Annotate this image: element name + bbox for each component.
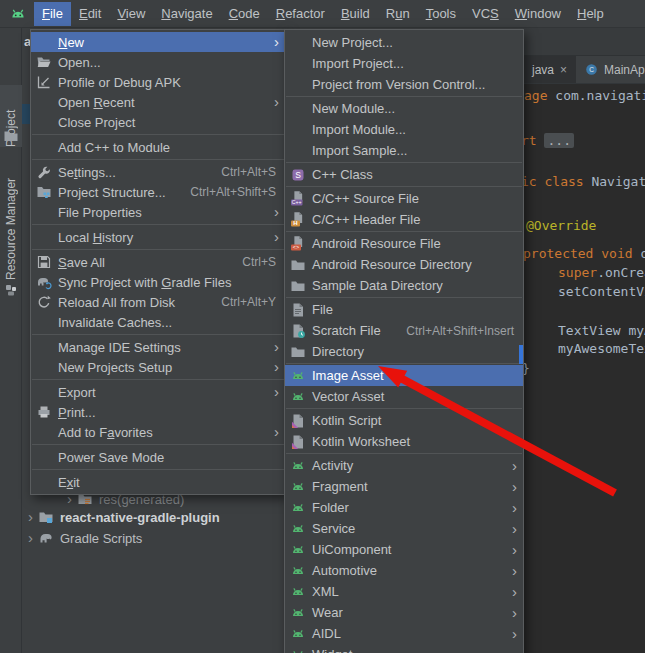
new-submenu-item-automotive[interactable]: Automotive› — [285, 560, 523, 581]
file-menu-item-open-recent[interactable]: Open Recent› — [31, 92, 285, 112]
menubar-item-run[interactable]: Run — [378, 2, 418, 26]
file-menu-item-save-all[interactable]: Save AllCtrl+S — [31, 252, 285, 272]
new-submenu-item-fragment[interactable]: Fragment› — [285, 476, 523, 497]
new-submenu-item-image-asset[interactable]: Image Asset — [285, 365, 523, 386]
new-submenu-item-vector-asset[interactable]: Vector Asset — [285, 386, 523, 407]
submenu-arrow-icon: › — [269, 36, 279, 48]
file-menu-item-export[interactable]: Export› — [31, 382, 285, 402]
file-menu-item-add-to-favorites[interactable]: Add to Favorites› — [31, 422, 285, 442]
new-submenu-item-kotlin-script[interactable]: Kotlin Script — [285, 410, 523, 431]
menu-separator — [286, 408, 522, 409]
new-submenu-item-activity[interactable]: Activity› — [285, 455, 523, 476]
new-submenu-item-c-c-header-file[interactable]: HC/C++ Header File — [285, 209, 523, 230]
new-submenu-item-c-c-source-file[interactable]: C++C/C++ Source File — [285, 188, 523, 209]
menubar-item-help[interactable]: Help — [569, 2, 612, 26]
new-submenu-item-wear[interactable]: Wear› — [285, 602, 523, 623]
new-submenu-item-scratch-file[interactable]: Scratch FileCtrl+Alt+Shift+Insert — [285, 320, 523, 341]
editor-tab-java[interactable]: java× — [523, 56, 576, 83]
editor-change-marker — [519, 345, 523, 364]
menu-item-label: Sync Project with Gradle Files — [58, 275, 231, 290]
tab-close-icon[interactable]: × — [560, 63, 567, 77]
menubar-item-window[interactable]: Window — [507, 2, 569, 26]
file-menu-item-reload-all-from-disk[interactable]: Reload All from DiskCtrl+Alt+Y — [31, 292, 285, 312]
menu-item-label: Folder — [312, 500, 349, 515]
menu-item-shortcut: Ctrl+Alt+S — [221, 165, 276, 179]
file-menu-item-print[interactable]: Print... — [31, 402, 285, 422]
new-submenu-item-android-resource-file[interactable]: <>Android Resource File — [285, 233, 523, 254]
new-submenu-item-new-module[interactable]: New Module... — [285, 98, 523, 119]
new-submenu-item-project-from-version-control[interactable]: Project from Version Control... — [285, 74, 523, 95]
new-submenu-item-import-module[interactable]: Import Module... — [285, 119, 523, 140]
menubar-item-vcs[interactable]: VCS — [464, 2, 507, 26]
android-icon — [290, 647, 306, 653]
menu-item-label: Android Resource Directory — [312, 257, 472, 272]
file-menu-item-new-projects-setup[interactable]: New Projects Setup› — [31, 357, 285, 377]
menubar-item-tools[interactable]: Tools — [418, 2, 464, 26]
file-menu-item-power-save-mode[interactable]: Power Save Mode — [31, 447, 285, 467]
new-submenu-item-new-project[interactable]: New Project... — [285, 32, 523, 53]
svg-text:<>: <> — [293, 244, 299, 250]
new-submenu-item-xml[interactable]: XML› — [285, 581, 523, 602]
menubar-item-file[interactable]: File — [34, 2, 71, 26]
android-icon — [290, 521, 306, 537]
menu-icon-spacer — [36, 449, 52, 465]
editor-tab-mainapp[interactable]: CMainApp — [576, 56, 645, 83]
menu-item-label: Directory — [312, 344, 364, 359]
folder-icon — [290, 278, 306, 294]
file-menu-item-local-history[interactable]: Local History› — [31, 227, 285, 247]
menubar-item-code[interactable]: Code — [221, 2, 268, 26]
new-submenu-item-uicomponent[interactable]: UiComponent› — [285, 539, 523, 560]
profile-apk-icon — [36, 74, 52, 90]
new-submenu-item-service[interactable]: Service› — [285, 518, 523, 539]
file-menu-item-settings[interactable]: Settings...Ctrl+Alt+S — [31, 162, 285, 182]
cpp-class-icon: S — [290, 167, 306, 183]
new-submenu-item-sample-data-directory[interactable]: Sample Data Directory — [285, 275, 523, 296]
file-menu-item-profile-or-debug-apk[interactable]: Profile or Debug APK — [31, 72, 285, 92]
new-submenu-item-directory[interactable]: Directory — [285, 341, 523, 362]
new-submenu-item-aidl[interactable]: AIDL› — [285, 623, 523, 644]
file-menu-item-manage-ide-settings[interactable]: Manage IDE Settings› — [31, 337, 285, 357]
new-submenu-item-android-resource-directory[interactable]: Android Resource Directory — [285, 254, 523, 275]
scratch-file-icon — [290, 323, 306, 339]
new-submenu-item-widget[interactable]: Widget› — [285, 644, 523, 653]
menubar-item-view[interactable]: View — [109, 2, 153, 26]
menubar-item-edit[interactable]: Edit — [71, 2, 109, 26]
file-menu-item-project-structure[interactable]: Project Structure...Ctrl+Alt+Shift+S — [31, 182, 285, 202]
menu-icon-spacer — [290, 35, 306, 51]
file-menu-item-close-project[interactable]: Close Project — [31, 112, 285, 132]
tool-window-tab-resource-manager[interactable]: Resource Manager — [0, 168, 22, 280]
tree-row-react-native-gradle-plugin[interactable]: ›react-native-gradle-plugin — [28, 508, 220, 526]
new-submenu-item-folder[interactable]: Folder› — [285, 497, 523, 518]
new-submenu-item-kotlin-worksheet[interactable]: Kotlin Worksheet — [285, 431, 523, 452]
file-menu-item-exit[interactable]: Exit — [31, 472, 285, 492]
new-submenu-item-c-class[interactable]: SC++ Class — [285, 164, 523, 185]
submenu-arrow-icon: › — [269, 231, 279, 243]
android-icon — [290, 458, 306, 474]
submenu-arrow-icon: › — [507, 649, 517, 653]
file-menu-item-add-c-to-module[interactable]: Add C++ to Module — [31, 137, 285, 157]
file-menu-item-new[interactable]: New› — [31, 32, 285, 52]
file-menu-item-sync-project-with-gradle-files[interactable]: Sync Project with Gradle Files — [31, 272, 285, 292]
android-icon — [290, 563, 306, 579]
menubar-item-build[interactable]: Build — [333, 2, 378, 26]
menu-item-label: Activity — [312, 458, 353, 473]
submenu-arrow-icon: › — [269, 426, 279, 438]
menubar-item-refactor[interactable]: Refactor — [268, 2, 333, 26]
file-menu-item-file-properties[interactable]: File Properties› — [31, 202, 285, 222]
menubar-item-navigate[interactable]: Navigate — [153, 2, 220, 26]
menu-item-label: Project from Version Control... — [312, 77, 485, 92]
file-menu-item-invalidate-caches[interactable]: Invalidate Caches... — [31, 312, 285, 332]
menu-item-label: UiComponent — [312, 542, 392, 557]
tree-expand-chevron-icon[interactable]: › — [28, 510, 33, 524]
new-submenu-item-file[interactable]: File — [285, 299, 523, 320]
menu-item-label: Settings... — [58, 165, 116, 180]
menu-icon-spacer — [290, 77, 306, 93]
new-submenu-item-import-project[interactable]: Import Project... — [285, 53, 523, 74]
menu-item-label: Open Recent — [58, 95, 135, 110]
new-submenu-item-import-sample[interactable]: Import Sample... — [285, 140, 523, 161]
tree-expand-chevron-icon[interactable]: › — [28, 531, 33, 545]
menu-item-label: Widget — [312, 647, 352, 653]
menu-item-label: Invalidate Caches... — [58, 315, 172, 330]
file-menu-item-open[interactable]: Open... — [31, 52, 285, 72]
tree-row-gradle-scripts[interactable]: ›Gradle Scripts — [28, 529, 142, 547]
